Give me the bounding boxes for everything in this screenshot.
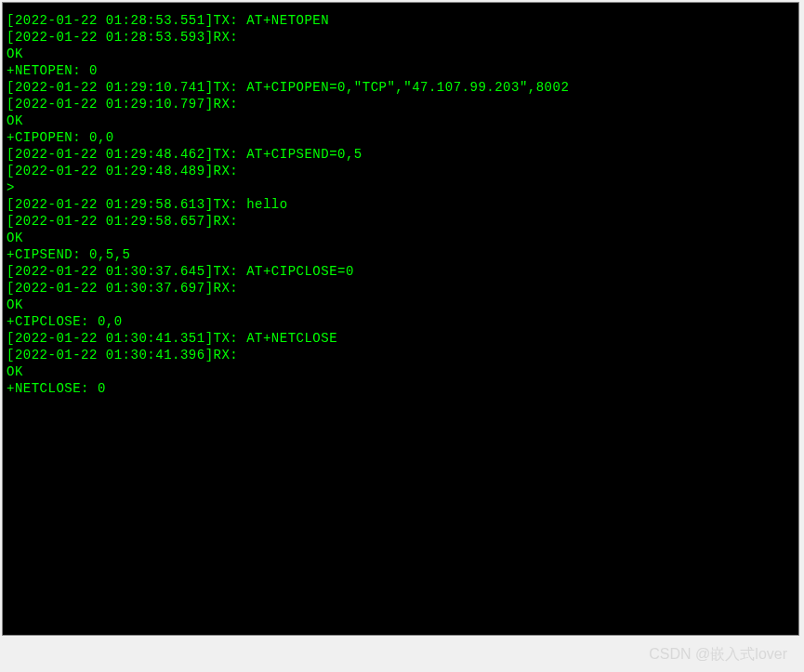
log-line: [2022-01-22 01:29:48.489]RX:	[7, 163, 795, 179]
log-line: [2022-01-22 01:29:58.613]TX: hello	[7, 196, 795, 213]
log-line: +NETOPEN: 0	[7, 62, 795, 79]
log-line: [2022-01-22 01:29:58.657]RX:	[7, 213, 795, 230]
log-line: +CIPOPEN: 0,0	[7, 129, 795, 146]
log-line: +CIPSEND: 0,5,5	[7, 246, 795, 263]
log-line: [2022-01-22 01:28:53.593]RX:	[7, 29, 795, 46]
log-line: OK	[7, 230, 795, 246]
log-line: >	[7, 179, 795, 196]
log-line: [2022-01-22 01:30:37.645]TX: AT+CIPCLOSE…	[7, 263, 795, 280]
log-line: [2022-01-22 01:29:10.797]RX:	[7, 96, 795, 112]
watermark-text: CSDN @嵌入式lover	[649, 645, 787, 665]
log-line: [2022-01-22 01:28:53.551]TX: AT+NETOPEN	[7, 12, 795, 29]
log-line: OK	[7, 46, 795, 62]
log-line: [2022-01-22 01:30:41.396]RX:	[7, 347, 795, 363]
log-line: OK	[7, 112, 795, 129]
log-line: [2022-01-22 01:30:37.697]RX:	[7, 280, 795, 296]
log-line: [2022-01-22 01:29:48.462]TX: AT+CIPSEND=…	[7, 146, 795, 163]
log-line: +NETCLOSE: 0	[7, 380, 795, 397]
log-line: OK	[7, 363, 795, 380]
log-line: [2022-01-22 01:30:41.351]TX: AT+NETCLOSE	[7, 330, 795, 347]
log-line: +CIPCLOSE: 0,0	[7, 313, 795, 330]
log-line: OK	[7, 296, 795, 313]
terminal-window[interactable]: [2022-01-22 01:28:53.551]TX: AT+NETOPEN …	[2, 2, 799, 636]
log-line: [2022-01-22 01:29:10.741]TX: AT+CIPOPEN=…	[7, 79, 795, 96]
